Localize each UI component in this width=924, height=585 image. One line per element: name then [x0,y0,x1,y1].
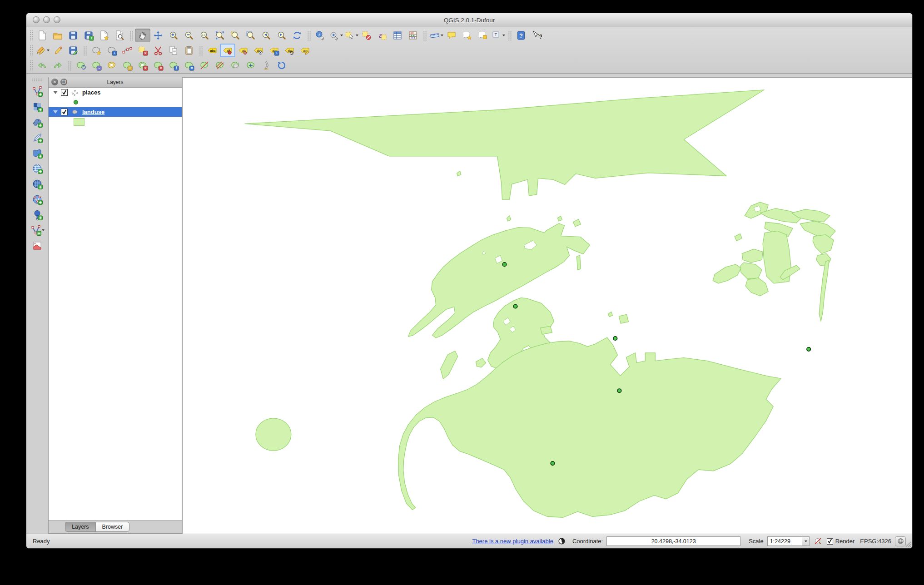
minimize-window-button[interactable] [43,16,50,23]
current-edits[interactable] [35,44,50,57]
cut-features[interactable] [150,44,166,57]
save-project-as[interactable]: + [81,29,96,42]
select-features[interactable] [343,29,359,42]
add-ring[interactable] [104,59,119,72]
label-highlight[interactable]: ab [235,44,251,57]
open-attribute-table[interactable] [390,29,405,42]
panel-close-icon[interactable]: × [51,79,58,85]
zoom-full[interactable] [212,29,228,42]
new-project[interactable] [35,29,50,42]
merge-attributes[interactable] [243,59,258,72]
zoom-to-selection[interactable] [228,29,243,42]
toolbar-drag-handle[interactable] [30,60,33,71]
add-part[interactable]: + [119,59,135,72]
toolbar-drag-handle[interactable] [30,45,33,56]
measure[interactable] [428,29,444,42]
new-shapefile-layer[interactable] [29,223,45,238]
select-by-expression[interactable]: ε [374,29,390,42]
zoom-last[interactable] [258,29,274,42]
simplify-feature[interactable]: - [89,59,104,72]
zoom-window-button[interactable] [54,16,60,23]
deselect-features[interactable] [359,29,374,42]
new-plugin-link[interactable]: There is a new plugin available [472,538,553,545]
map-canvas[interactable] [182,77,912,534]
toolbar-drag-handle[interactable] [30,30,33,41]
toolbar-drag-handle[interactable] [32,78,43,82]
add-postgis-layer[interactable] [29,114,45,130]
open-project[interactable] [50,29,65,42]
place-point[interactable] [613,337,617,340]
move-feature[interactable]: › [104,44,119,57]
field-calculator[interactable] [405,29,421,42]
split-parts[interactable] [212,59,228,72]
rotate-point-symbols[interactable] [274,59,289,72]
save-project[interactable] [65,29,81,42]
place-point[interactable] [513,304,517,308]
zoom-out[interactable] [181,29,197,42]
label-properties[interactable]: abc [297,44,313,57]
add-raster-layer[interactable] [29,99,45,114]
resize-grip[interactable] [904,540,911,547]
layers-panel-header[interactable]: × ❐ Layers [49,77,182,88]
toggle-editing[interactable] [50,44,65,57]
landuse-polygon-tiny-ne-2[interactable] [619,314,628,323]
add-wcs-layer[interactable] [29,176,45,192]
identify-features[interactable]: i [313,29,328,42]
add-vector-layer[interactable] [29,84,45,99]
remove-layer[interactable] [29,238,45,253]
zoom-next[interactable] [274,29,289,42]
map-tips[interactable] [444,29,459,42]
undo[interactable] [35,59,50,72]
fill-ring[interactable] [258,59,274,72]
landuse-polygon-sliver-bit[interactable] [576,255,581,270]
add-delimited-text-layer[interactable] [29,207,45,223]
zoom-to-layer[interactable] [243,29,258,42]
layer-item-places[interactable]: places [49,88,182,97]
place-point[interactable] [617,389,621,392]
split-features[interactable] [197,59,212,72]
offset-curve[interactable]: = [181,59,197,72]
label-pin[interactable]: ab [220,44,235,57]
add-spatialite-layer[interactable] [29,130,45,145]
help-contents[interactable]: ? [513,29,529,42]
rotate-feature[interactable] [73,59,89,72]
label-visibility[interactable]: abc [251,44,266,57]
close-window-button[interactable] [33,16,40,23]
reshape-features[interactable]: / [166,59,181,72]
zoom-in[interactable] [166,29,181,42]
add-wms-layer[interactable] [29,161,45,176]
add-wfs-layer[interactable] [29,192,45,207]
render-checkbox[interactable] [827,538,833,545]
panel-float-icon[interactable]: ❐ [60,79,67,85]
copy-features[interactable] [166,44,181,57]
stop-render-icon[interactable] [814,537,822,545]
expand-arrow-icon[interactable] [53,91,58,94]
landuse-polygon-pond[interactable] [256,418,291,451]
coordinate-input[interactable]: 20.4298,-34.0123 [606,536,740,546]
save-layer-edits[interactable] [65,44,81,57]
place-point[interactable] [502,263,506,266]
delete-ring[interactable]: × [135,59,150,72]
title-bar[interactable]: QGIS 2.0.1-Dufour [26,13,912,27]
landuse-polygon-small-quad[interactable] [541,326,552,334]
delete-part[interactable]: × [150,59,166,72]
layer-visibility-checkbox[interactable] [61,89,68,96]
add-feature[interactable] [89,44,104,57]
node-tool[interactable] [119,44,135,57]
zoom-native[interactable]: 1:1 [197,29,212,42]
delete-selected[interactable]: × [135,44,150,57]
show-bookmarks[interactable] [475,29,490,42]
place-point[interactable] [807,347,810,351]
expand-arrow-icon[interactable] [53,110,58,114]
new-print-composer[interactable] [96,29,112,42]
run-feature-action[interactable] [328,29,343,42]
label-rotate[interactable]: abc [282,44,297,57]
paste-features[interactable] [181,44,197,57]
tab-browser[interactable]: Browser [95,522,130,532]
pan-map[interactable] [135,29,150,42]
tab-layers[interactable]: Layers [65,522,95,532]
redo[interactable] [50,59,65,72]
scale-combobox[interactable]: 1:24229 [767,536,810,546]
layer-item-landuse[interactable]: landuse [49,107,182,117]
label-move[interactable]: abc› [266,44,282,57]
